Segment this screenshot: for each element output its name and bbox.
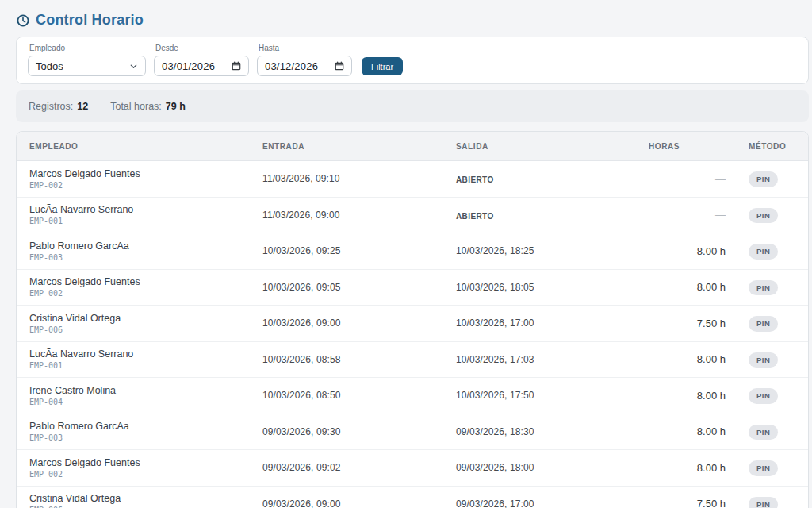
entrada-cell: 11/03/2026, 09:10 [250,173,443,184]
salida-cell: ABIERTO [443,208,636,222]
records-label: Registros: [29,101,73,112]
employee-cell: Marcos Delgado Fuentes EMP-002 [17,168,250,190]
table-row[interactable]: Pablo Romero GarcÃa EMP-003 09/03/2026, … [17,414,808,451]
method-badge: PIN [749,316,778,332]
date-to-input[interactable]: 03/12/2026 [257,56,352,76]
salida-cell: 10/03/2026, 17:50 [443,390,636,401]
salida-cell: 10/03/2026, 17:03 [443,354,636,365]
employee-code: EMP-004 [29,398,250,406]
salida-cell: 09/03/2026, 17:00 [443,498,636,508]
employee-name: Pablo Romero GarcÃa [29,421,250,432]
control-horario-page: Control Horario Empleado Todos Desde 03/… [0,0,812,508]
records-value: 12 [77,101,88,112]
employee-code: EMP-002 [29,289,250,298]
metodo-cell: PIN [733,207,808,224]
metodo-cell: PIN [733,460,808,476]
column-header-entrada: ENTRADA [250,142,443,151]
employee-code: EMP-002 [29,470,250,479]
metodo-cell: PIN [733,315,808,332]
date-from-label: Desde [154,44,249,52]
total-hours-value: 79 h [166,101,186,112]
employee-code: EMP-001 [29,361,250,370]
employee-name: Cristina Vidal Ortega [29,493,250,504]
date-to-label: Hasta [257,44,352,52]
date-from-input[interactable]: 03/01/2026 [154,56,249,76]
metodo-cell: PIN [733,171,808,187]
calendar-icon[interactable] [232,61,241,71]
records-summary: Registros: 12 [29,101,88,112]
method-badge: PIN [749,352,778,368]
salida-cell: ABIERTO [443,171,636,186]
metodo-cell: PIN [733,243,808,260]
entrada-cell: 10/03/2026, 09:00 [250,318,443,329]
employee-name: Pablo Romero GarcÃa [29,241,250,252]
method-badge: PIN [749,425,778,441]
entrada-cell: 10/03/2026, 08:50 [250,390,443,401]
entrada-cell: 10/03/2026, 09:05 [250,282,443,293]
method-badge: PIN [749,280,778,296]
method-badge: PIN [749,497,778,508]
employee-name: Irene Castro Molina [29,385,250,396]
employee-code: EMP-006 [29,325,250,334]
employee-code: EMP-001 [29,217,250,225]
table-row[interactable]: Cristina Vidal Ortega EMP-006 10/03/2026… [17,306,808,342]
employee-code: EMP-003 [29,253,250,262]
time-records-table: EMPLEADO ENTRADA SALIDA HORAS MÉTODO Mar… [16,131,809,508]
employee-select[interactable]: Todos [28,56,146,76]
horas-cell: 8.00 h [636,390,733,402]
employee-cell: LucÃa Navarro Serrano EMP-001 [17,204,250,225]
method-badge: PIN [749,208,778,224]
salida-cell: 09/03/2026, 18:00 [443,462,636,473]
horas-cell: 8.00 h [636,462,733,474]
employee-code: EMP-003 [29,433,250,442]
open-status-label: ABIERTO [456,175,494,184]
entrada-cell: 10/03/2026, 08:58 [250,354,443,365]
employee-name: LucÃa Navarro Serrano [29,204,250,215]
table-row[interactable]: Cristina Vidal Ortega EMP-006 09/03/2026… [17,487,808,508]
employee-name: Marcos Delgado Fuentes [29,457,250,468]
employee-cell: Pablo Romero GarcÃa EMP-003 [17,421,250,442]
employee-cell: Cristina Vidal Ortega EMP-006 [17,313,250,334]
chevron-down-icon [129,62,138,71]
filter-button[interactable]: Filtrar [362,57,403,75]
total-hours-summary: Total horas: 79 h [110,101,186,112]
salida-cell: 10/03/2026, 18:05 [443,282,636,293]
metodo-cell: PIN [733,496,808,508]
table-body: Marcos Delgado Fuentes EMP-002 11/03/202… [17,161,808,508]
column-header-horas: HORAS [636,142,733,151]
calendar-icon[interactable] [335,61,344,71]
filter-bar: Empleado Todos Desde 03/01/2026 Hasta [16,37,809,84]
total-hours-label: Total horas: [110,101,162,112]
summary-bar: Registros: 12 Total horas: 79 h [16,90,809,122]
employee-cell: Pablo Romero GarcÃa EMP-003 [17,241,250,262]
salida-cell: 10/03/2026, 17:00 [443,318,636,329]
salida-cell: 09/03/2026, 18:30 [443,426,636,437]
horas-cell: 8.00 h [636,281,733,293]
method-badge: PIN [749,244,778,260]
method-badge: PIN [749,460,778,476]
employee-select-value: Todos [36,60,63,72]
employee-name: Marcos Delgado Fuentes [29,168,250,179]
horas-cell: — [636,209,733,221]
table-row[interactable]: Marcos Delgado Fuentes EMP-002 11/03/202… [17,161,808,198]
horas-cell: — [636,173,733,185]
table-row[interactable]: LucÃa Navarro Serrano EMP-001 10/03/2026… [17,342,808,379]
horas-cell: 7.50 h [636,498,733,508]
method-badge: PIN [749,171,778,187]
date-from-group: Desde 03/01/2026 [154,44,249,76]
table-row[interactable]: Marcos Delgado Fuentes EMP-002 09/03/202… [17,450,808,487]
employee-cell: LucÃa Navarro Serrano EMP-001 [17,348,250,370]
clock-icon [17,14,29,27]
date-to-value: 03/12/2026 [265,60,318,72]
horas-cell: 8.00 h [636,353,733,365]
table-row[interactable]: Irene Castro Molina EMP-004 10/03/2026, … [17,378,808,414]
table-row[interactable]: LucÃa Navarro Serrano EMP-001 11/03/2026… [17,198,808,234]
entrada-cell: 10/03/2026, 09:25 [250,245,443,256]
employee-cell: Marcos Delgado Fuentes EMP-002 [17,457,250,479]
entrada-cell: 09/03/2026, 09:30 [250,426,443,437]
employee-code: EMP-002 [29,181,250,190]
metodo-cell: PIN [733,279,808,296]
employee-name: Cristina Vidal Ortega [29,313,250,324]
table-row[interactable]: Pablo Romero GarcÃa EMP-003 10/03/2026, … [17,233,808,270]
table-row[interactable]: Marcos Delgado Fuentes EMP-002 10/03/202… [17,270,808,306]
